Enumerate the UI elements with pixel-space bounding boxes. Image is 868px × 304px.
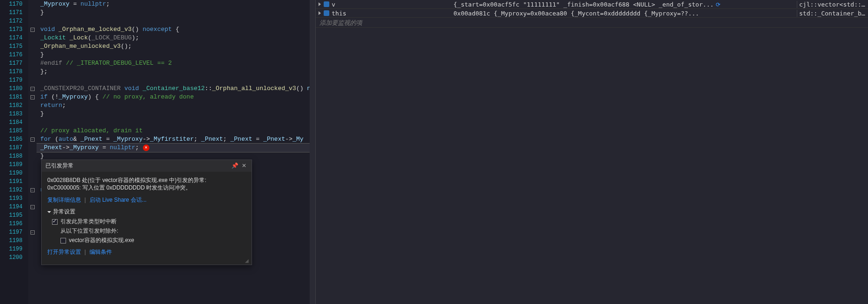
line-number: 1181 <box>0 93 28 101</box>
fold-toggle[interactable] <box>28 127 37 135</box>
line-number: 1189 <box>0 160 28 169</box>
code-line[interactable]: _Myproxy = nullptr; <box>37 0 310 8</box>
code-line[interactable]: _Lockit _Lock(_LOCK_DEBUG); <box>37 34 310 42</box>
expand-icon[interactable] <box>319 2 321 6</box>
fold-toggle[interactable] <box>28 34 37 42</box>
code-line[interactable]: #endif // _ITERATOR_DEBUG_LEVEL == 2 <box>37 59 310 68</box>
fold-toggle[interactable]: − <box>28 228 37 236</box>
fold-toggle[interactable] <box>28 59 37 68</box>
code-line[interactable]: void _Orphan_me_locked_v3() noexcept { <box>37 25 310 34</box>
line-number: 1194 <box>0 203 28 211</box>
watch-add-input[interactable] <box>319 19 868 26</box>
line-number: 1191 <box>0 177 28 186</box>
copy-details-link[interactable]: 复制详细信息 <box>47 197 81 203</box>
line-number: 1196 <box>0 220 28 228</box>
except-item-checkbox[interactable] <box>60 238 66 243</box>
line-number: 1188 <box>0 152 28 160</box>
fold-toggle[interactable] <box>28 110 37 118</box>
fold-toggle[interactable] <box>28 236 37 245</box>
fold-toggle[interactable] <box>28 42 37 51</box>
exception-message: 0x0028B8DB 处(位于 vector容器的模拟实现.exe 中)引发的异… <box>47 176 246 191</box>
exception-settings-header[interactable]: 异常设置 <box>47 208 246 216</box>
fold-toggle[interactable]: − <box>28 25 37 34</box>
line-number: 1198 <box>0 236 28 245</box>
line-number: 1176 <box>0 51 28 59</box>
fold-toggle[interactable]: − <box>28 84 37 93</box>
line-number: 1180 <box>0 84 28 93</box>
line-number: 1185 <box>0 127 28 135</box>
fold-toggle[interactable] <box>28 160 37 169</box>
fold-toggle[interactable] <box>28 169 37 177</box>
edit-condition-link[interactable]: 编辑条件 <box>89 249 112 255</box>
fold-toggle[interactable] <box>28 51 37 59</box>
code-line[interactable] <box>37 118 310 127</box>
overview-ruler <box>310 0 315 304</box>
fold-toggle[interactable] <box>28 8 37 17</box>
variable-icon <box>324 1 329 7</box>
line-number: 1170 <box>0 0 28 8</box>
fold-toggle[interactable]: − <box>28 203 37 211</box>
resize-grip-icon[interactable]: ◢ <box>245 258 251 264</box>
watch-empty-area <box>316 28 868 304</box>
line-number: 1197 <box>0 228 28 236</box>
fold-toggle[interactable] <box>28 211 37 220</box>
line-number: 1179 <box>0 76 28 84</box>
fold-toggle[interactable]: − <box>28 135 37 144</box>
line-number: 1192 <box>0 186 28 194</box>
code-line[interactable]: // proxy allocated, drain it <box>37 127 310 135</box>
watch-row[interactable]: v{_start=0x00acf5fc "11111111" _finish=0… <box>316 0 868 9</box>
fold-toggle[interactable] <box>28 118 37 127</box>
fold-toggle[interactable] <box>28 245 37 253</box>
watch-panel: v{_start=0x00acf5fc "11111111" _finish=0… <box>315 0 868 304</box>
close-icon[interactable]: ✕ <box>240 162 248 170</box>
fold-toggle[interactable] <box>28 0 37 8</box>
fold-toggle[interactable] <box>28 194 37 203</box>
line-number: 1183 <box>0 110 28 118</box>
watch-row[interactable]: this0x00ad081c {_Myproxy=0x00acea80 {_My… <box>316 9 868 18</box>
code-line[interactable]: } <box>37 8 310 17</box>
fold-toggle[interactable] <box>28 253 37 262</box>
break-checkbox[interactable] <box>52 219 58 225</box>
fold-toggle[interactable]: − <box>28 93 37 101</box>
code-line[interactable]: return; <box>37 101 310 110</box>
code-editor-pane: 1170117111721173117411751176117711781179… <box>0 0 315 304</box>
refresh-icon[interactable]: ⟳ <box>716 1 722 8</box>
open-settings-link[interactable]: 打开异常设置 <box>47 249 81 255</box>
fold-toggle[interactable] <box>28 76 37 84</box>
line-number: 1187 <box>0 144 28 152</box>
watch-add-row[interactable] <box>316 18 868 28</box>
code-line[interactable]: } <box>37 51 310 59</box>
fold-toggle[interactable] <box>28 68 37 76</box>
code-line[interactable]: _Pnext->_Myproxy = nullptr;✕ <box>37 144 310 152</box>
code-line[interactable]: for (auto& _Pnext = _Myproxy->_Myfirstit… <box>37 135 310 144</box>
code-line[interactable] <box>37 17 310 25</box>
fold-column: −−−−−−− <box>28 0 37 304</box>
line-number: 1193 <box>0 194 28 203</box>
chevron-down-icon <box>47 211 51 213</box>
variable-icon <box>324 10 329 16</box>
code-line[interactable]: }; <box>37 68 310 76</box>
code-line[interactable]: _Orphan_me_unlocked_v3(); <box>37 42 310 51</box>
expand-icon[interactable] <box>319 11 321 15</box>
code-line[interactable]: if (!_Myproxy) { // no proxy, already do… <box>37 93 310 101</box>
exception-title: 已引发异常 <box>45 162 229 170</box>
line-number: 1190 <box>0 169 28 177</box>
fold-toggle[interactable] <box>28 144 37 152</box>
line-number: 1195 <box>0 211 28 220</box>
line-number: 1174 <box>0 34 28 42</box>
line-number: 1200 <box>0 253 28 262</box>
line-number: 1172 <box>0 17 28 25</box>
fold-toggle[interactable] <box>28 17 37 25</box>
code-line[interactable]: _CONSTEXPR20_CONTAINER void _Container_b… <box>37 84 310 93</box>
liveshare-link[interactable]: 启动 Live Share 会话... <box>89 197 147 203</box>
fold-toggle[interactable] <box>28 220 37 228</box>
error-icon[interactable]: ✕ <box>143 144 149 151</box>
line-number: 1173 <box>0 25 28 34</box>
code-line[interactable]: } <box>37 110 310 118</box>
pin-icon[interactable]: 📌 <box>231 162 238 170</box>
code-line[interactable] <box>37 76 310 84</box>
fold-toggle[interactable] <box>28 101 37 110</box>
fold-toggle[interactable] <box>28 152 37 160</box>
fold-toggle[interactable] <box>28 177 37 186</box>
fold-toggle[interactable]: − <box>28 186 37 194</box>
